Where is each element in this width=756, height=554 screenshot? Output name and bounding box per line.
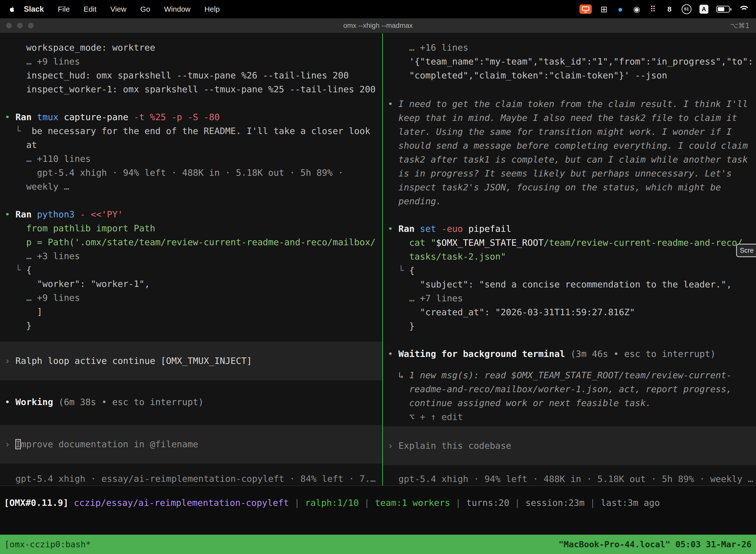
terminal-line: inspect_worker-1: omx sparkshell --tmux-… [0,82,382,96]
blue-app-icon[interactable]: ● [616,4,625,15]
terminal-line: ⌥ + ↑ edit [383,410,756,424]
terminal-line: • Working (6m 38s • esc to interrupt) [0,395,382,409]
terminal-line: p = Path('.omx/state/team/review-current… [0,235,382,249]
tmux-session-label: [omx-cczip0:bash* [4,539,91,549]
working-status: • Working (6m 38s • esc to interrupt) [0,395,382,409]
terminal-line: • Ran tmux capture-pane -t %25 -p -S -80 [0,110,382,124]
ralph-loop-band[interactable]: › Ralph loop active continue [OMX_TMUX_I… [0,341,382,380]
window-title: omx --xhigh --madmax [0,21,756,30]
screen: Slack FileEditViewGoWindowHelp ⊞●◉⠿861A … [0,0,756,554]
right-pane[interactable]: … +16 lines '{"team_name":"my-team","tas… [383,33,756,486]
terminal-line: pending. [383,195,756,208]
terminal-line: should send a message before completing … [383,139,756,153]
config-block: workspace_mode: worktree … +9 lines insp… [0,41,382,96]
prompt-band[interactable]: › Improve documentation in @filename [0,425,382,464]
terminal-line: inspect_hud: omx sparkshell --tmux-pane … [0,68,382,82]
menu-item-go[interactable]: Go [140,5,150,13]
menu-bar: Slack FileEditViewGoWindowHelp ⊞●◉⠿861A [0,0,756,18]
terminal-line: at [0,138,382,152]
screen-edge-overlay-label: Scre [740,247,754,255]
thinking-block: • I need to get the claim token from the… [383,97,756,208]
zoom-button[interactable] [28,22,34,29]
terminal-line: from pathlib import Path [0,221,382,235]
terminal-line: keep that in mind. Maybe I also need the… [383,111,756,125]
close-button[interactable] [6,22,12,29]
terminal-line: gpt-5.4 xhigh · 94% left · 488K in · 5.1… [383,472,756,486]
terminal-line: … +16 lines [383,41,756,55]
active-app-name[interactable]: Slack [24,5,44,14]
terminal-line: ↳ 1 new msg(s): read $OMX_TEAM_STATE_ROO… [383,368,756,382]
pane-status-line: gpt-5.4 xhigh · 94% left · 488K in · 5.1… [383,472,756,486]
menu-item-view[interactable]: View [110,5,126,13]
menu-item-window[interactable]: Window [164,5,191,13]
battery-percent-badge-icon[interactable]: 61 [682,4,692,14]
terminal-line: • I need to get the claim token from the… [383,97,756,111]
terminal-line: is in progress? It seems likely but perh… [383,167,756,180]
omx-status-line: [OMX#0.11.9] cczip/essay/ai-reimplementa… [0,486,756,510]
omx-status-region: [OMX#0.11.9] cczip/essay/ai-reimplementa… [0,486,756,535]
menu-item-help[interactable]: Help [204,5,220,13]
terminal-line: ] [0,305,382,319]
pane-status-line: gpt-5.4 xhigh · essay/ai-reimplementatio… [0,472,382,486]
terminal-line: gpt-5.4 xhigh · 94% left · 488K in · 5.1… [0,166,382,180]
apple-menu-icon[interactable] [7,5,16,14]
battery-icon[interactable] [716,6,730,13]
terminal-line: … +110 lines [0,152,382,166]
terminal-line: • Ran python3 - <<'PY' [0,208,382,221]
ran-python-block: • Ran python3 - <<'PY' from pathlib impo… [0,208,382,333]
screen-recording-indicator-icon[interactable] [579,4,592,14]
wifi-icon[interactable] [738,5,749,13]
terminal-line: … +7 lines [383,291,756,305]
menubar-menus: FileEditViewGoWindowHelp [58,5,220,13]
terminal-line: … +9 lines [0,55,382,68]
terminal-line: } [383,319,756,333]
tmux-panes: workspace_mode: worktree … +9 lines insp… [0,33,756,486]
screen-edge-overlay[interactable]: Scre [736,244,756,257]
terminal-line: tasks/task-2.json" [383,250,756,264]
menu-item-edit[interactable]: Edit [83,5,97,13]
terminal-line: › Ralph loop active continue [OMX_TMUX_I… [0,354,382,368]
terminal-line: └ be necessary for the end of the README… [0,124,382,138]
terminal-line: • Ran set -euo pipefail [383,222,756,236]
terminal-line: inspect task2's JSON, focusing on the st… [383,180,756,195]
window-shortcut-hint: ⌥⌘1 [730,21,750,30]
terminal-line: later. Using the same for transition mig… [383,125,756,139]
terminal-line: "created_at": "2026-03-31T11:59:27.816Z" [383,305,756,319]
left-pane[interactable]: workspace_mode: worktree … +9 lines insp… [0,33,382,486]
terminal-line: └ { [0,263,382,277]
terminal-line: } [0,319,382,333]
terminal-line: └ { [383,264,756,277]
terminal-line: readme-and-reco/mailbox/worker-1.json, a… [383,382,756,396]
terminal-line: … +9 lines [0,291,382,305]
menubar-status-icons: ⊞●◉⠿861A [579,4,749,15]
terminal-line: weekly … [0,180,382,193]
dark-circle-app-icon[interactable]: ◉ [632,4,641,15]
figure-eight-icon[interactable]: 8 [665,4,674,15]
terminal-window: omx --xhigh --madmax ⌥⌘1 workspace_mode:… [0,18,756,554]
waiting-status: • Waiting for background terminal (3m 46… [383,347,756,361]
terminal-line: task2 after task1 is complete, but can I… [383,153,756,167]
tmux-host-clock-label: "MacBook-Pro-44.local" 05:03 31-Mar-26 [559,539,752,549]
ran-tmux-capture-block: • Ran tmux capture-pane -t %25 -p -S -80… [0,110,382,193]
mailbox-message-block: ↳ 1 new msg(s): read $OMX_TEAM_STATE_ROO… [383,368,756,424]
menu-item-file[interactable]: File [58,5,70,13]
terminal-line: continue assigned work or next feasible … [383,396,756,410]
ran-cat-task-block: • Ran set -euo pipefail cat "$OMX_TEAM_S… [383,222,756,333]
terminal-line: • Waiting for background terminal (3m 46… [383,347,756,361]
terminal-line: cat "$OMX_TEAM_STATE_ROOT/team/review-cu… [383,236,756,250]
terminal-line: '{"team_name":"my-team","task_id":"1","f… [383,55,756,68]
prompt-band[interactable]: › Explain this codebase [383,427,756,465]
terminal-line: "completed","claim_token":"claim-token"}… [383,68,756,82]
minimize-button[interactable] [17,22,23,29]
terminal-line: gpt-5.4 xhigh · essay/ai-reimplementatio… [0,472,382,486]
tmux-status-bar: [omx-cczip0:bash* "MacBook-Pro-44.local"… [0,535,756,554]
command-tail-block: … +16 lines '{"team_name":"my-team","tas… [383,41,756,82]
app-grid-icon[interactable]: ⊞ [600,4,608,15]
dots-grid-icon[interactable]: ⠿ [649,4,657,15]
terminal-line: workspace_mode: worktree [0,41,382,55]
terminal-line: … +3 lines [0,249,382,263]
terminal-line: › Explain this codebase [383,439,756,453]
input-source-icon[interactable]: A [699,5,708,14]
terminal-line: "worker": "worker-1", [0,277,382,291]
terminal-line: › Improve documentation in @filename [0,437,382,451]
